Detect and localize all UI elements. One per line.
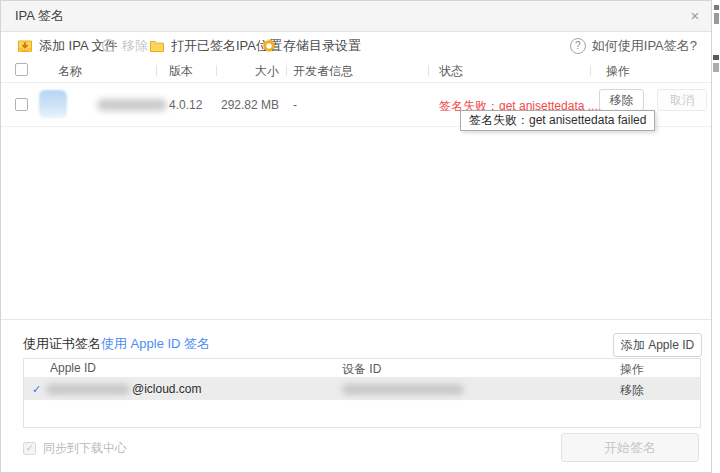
row-version: 4.0.12 bbox=[169, 98, 202, 112]
select-all-checkbox[interactable] bbox=[15, 63, 28, 76]
row-checkbox[interactable] bbox=[15, 98, 28, 111]
app-icon bbox=[39, 90, 67, 118]
col-device-id: 设备 ID bbox=[342, 361, 381, 378]
column-divider bbox=[428, 65, 429, 76]
tab-divider bbox=[89, 338, 90, 351]
dialog-title: IPA 签名 bbox=[15, 1, 64, 31]
apple-id-table-header: Apple ID 设备 ID 操作 bbox=[24, 359, 700, 378]
sync-checkbox[interactable]: ✓ bbox=[23, 442, 36, 455]
apple-id-suffix: @icloud.com bbox=[132, 382, 202, 396]
storage-settings-label: 存储目录设置 bbox=[283, 37, 361, 55]
background-artifact bbox=[714, 13, 719, 24]
sync-label: 同步到下载中心 bbox=[43, 441, 127, 456]
tab-apple-id-sign[interactable]: 使用 Apple ID 签名 bbox=[101, 331, 210, 357]
col-name: 名称 bbox=[58, 63, 82, 80]
ipa-table-header: 名称 版本 大小 开发者信息 状态 操作 bbox=[1, 59, 711, 83]
column-divider bbox=[286, 65, 287, 76]
column-divider bbox=[216, 65, 217, 76]
col-size: 大小 bbox=[219, 63, 279, 80]
background-artifact bbox=[713, 63, 719, 72]
col-developer: 开发者信息 bbox=[293, 63, 353, 80]
background-artifact bbox=[714, 5, 719, 10]
minus-circle-icon bbox=[101, 38, 116, 53]
start-sign-button[interactable]: 开始签名 bbox=[561, 433, 699, 462]
col-apple-id: Apple ID bbox=[50, 361, 96, 375]
question-circle-icon: ? bbox=[570, 38, 586, 54]
selected-check-icon: ✓ bbox=[32, 382, 41, 396]
close-icon[interactable]: × bbox=[684, 5, 706, 27]
row-remove-button[interactable]: 移除 bbox=[599, 89, 644, 111]
col-acct-action: 操作 bbox=[620, 361, 644, 378]
row-developer: - bbox=[293, 98, 297, 112]
help-label: 如何使用IPA签名? bbox=[592, 37, 697, 55]
row-cancel-button[interactable]: 取消 bbox=[657, 89, 707, 111]
storage-settings-button[interactable]: 存储目录设置 bbox=[261, 32, 361, 59]
status-tooltip: 签名失败：get anisettedata failed bbox=[460, 110, 655, 131]
column-divider bbox=[156, 65, 157, 76]
remove-button[interactable]: 移除 bbox=[101, 32, 148, 59]
gear-icon bbox=[261, 38, 277, 54]
device-id-redacted bbox=[342, 384, 464, 395]
col-status: 状态 bbox=[439, 63, 463, 80]
column-divider bbox=[590, 65, 591, 76]
apple-id-row[interactable]: ✓ @icloud.com 移除 bbox=[24, 378, 700, 400]
ipa-sign-dialog: IPA 签名 × 添加 IPA 文件 移除 打开已 bbox=[0, 0, 712, 473]
row-size: 292.82 MB bbox=[206, 98, 279, 112]
help-link[interactable]: ? 如何使用IPA签名? bbox=[570, 32, 697, 59]
title-bar: IPA 签名 × bbox=[1, 1, 711, 32]
folder-icon bbox=[149, 38, 165, 54]
section-divider bbox=[1, 319, 711, 320]
apple-id-table: Apple ID 设备 ID 操作 ✓ @icloud.com 移除 bbox=[23, 358, 701, 428]
apple-id-redacted bbox=[46, 384, 130, 395]
background-artifact bbox=[713, 55, 719, 60]
add-apple-id-button[interactable]: 添加 Apple ID bbox=[613, 333, 702, 357]
apple-id-remove-link[interactable]: 移除 bbox=[620, 382, 644, 399]
add-file-icon bbox=[17, 38, 33, 54]
remove-label: 移除 bbox=[122, 37, 148, 55]
col-version: 版本 bbox=[169, 63, 193, 80]
app-name-redacted bbox=[97, 99, 167, 111]
col-action: 操作 bbox=[606, 63, 630, 80]
